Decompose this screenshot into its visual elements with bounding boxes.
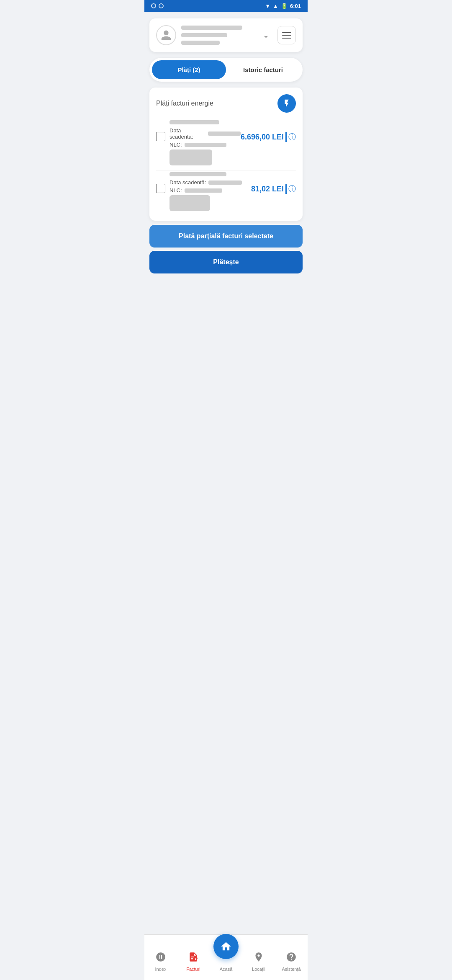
bill-details-2: Data scadentă: NLC: — [170, 172, 251, 214]
bill-item-2: Data scadentă: NLC: 81,02 LEI ⓘ — [156, 172, 296, 214]
avatar[interactable] — [156, 25, 176, 45]
bill-left-1: Data scadentă: NLC: — [156, 120, 241, 168]
bill-meta-nlc-2: NLC: — [170, 187, 251, 193]
signal-icon: ▲ — [273, 3, 278, 9]
bill-checkbox-2[interactable] — [156, 184, 165, 193]
status-bar-left — [151, 3, 164, 8]
bill-right-2: 81,02 LEI ⓘ — [251, 172, 296, 194]
bills-card: Plăți facturi energie Data scadentă: — [149, 88, 303, 221]
bills-title: Plăți facturi energie — [156, 100, 213, 107]
menu-line-3 — [282, 38, 291, 39]
status-indicator — [151, 3, 156, 8]
bill-name-skeleton-2 — [170, 172, 226, 176]
bill-right-1: 6.696,00 LEI ⓘ — [241, 120, 296, 142]
nlc-value-skeleton-2 — [185, 188, 222, 193]
battery-icon: 🔋 — [281, 3, 288, 9]
nlc-label-1: NLC: — [170, 142, 182, 148]
pay-button[interactable]: Plătește — [149, 251, 303, 273]
due-date-label: Data scadentă: — [170, 127, 205, 140]
bill-info-icon-2[interactable]: ⓘ — [285, 184, 296, 194]
lightning-button[interactable] — [277, 94, 296, 113]
user-name-skeleton — [181, 26, 242, 30]
tab-istoric[interactable]: Istoric facturi — [226, 60, 300, 79]
status-indicator-2 — [159, 3, 164, 8]
menu-button[interactable] — [277, 26, 296, 44]
tab-plati[interactable]: Plăți (2) — [152, 60, 226, 79]
bill-meta-due-2: Data scadentă: — [170, 179, 251, 186]
wifi-icon: ▼ — [265, 3, 270, 9]
due-date-value-skeleton-2 — [208, 181, 242, 185]
bill-meta-nlc-1: NLC: — [170, 142, 241, 148]
bill-extra-skeleton-1 — [170, 150, 212, 165]
bill-amount-1: 6.696,00 LEI — [241, 133, 284, 142]
bill-amount-2: 81,02 LEI — [251, 185, 284, 193]
bill-details-1: Data scadentă: NLC: — [170, 120, 241, 168]
status-bar-right: ▼ ▲ 🔋 6:01 — [265, 3, 301, 9]
header-card: ⌄ — [149, 18, 303, 52]
bill-name-skeleton — [170, 120, 219, 124]
due-date-value-skeleton — [208, 132, 241, 136]
user-detail-skeleton — [181, 33, 227, 37]
due-date-label-2: Data scadentă: — [170, 179, 206, 186]
bill-info-icon-1[interactable]: ⓘ — [285, 132, 296, 142]
user-detail-skeleton-2 — [181, 41, 220, 45]
bill-extra-skeleton-2 — [170, 195, 210, 211]
status-bar: ▼ ▲ 🔋 6:01 — [144, 0, 308, 12]
bill-divider-1 — [156, 170, 296, 170]
clock: 6:01 — [290, 3, 301, 9]
user-info — [181, 26, 258, 45]
menu-line-1 — [282, 32, 291, 33]
bills-header: Plăți facturi energie — [156, 94, 296, 113]
nlc-label-2: NLC: — [170, 187, 182, 193]
partial-pay-button[interactable]: Plată parțială facturi selectate — [149, 225, 303, 248]
tabs-container: Plăți (2) Istoric facturi — [149, 58, 303, 82]
menu-line-2 — [282, 35, 291, 36]
nlc-value-skeleton-1 — [185, 143, 226, 147]
bill-item-1: Data scadentă: NLC: 6.696,00 LEI ⓘ — [156, 120, 296, 168]
bill-meta-due-1: Data scadentă: — [170, 127, 241, 140]
chevron-down-icon[interactable]: ⌄ — [263, 31, 269, 40]
action-section: Plată parțială facturi selectate Plăteșt… — [149, 225, 303, 273]
bill-checkbox-1[interactable] — [156, 132, 165, 141]
bill-left-2: Data scadentă: NLC: — [156, 172, 251, 214]
